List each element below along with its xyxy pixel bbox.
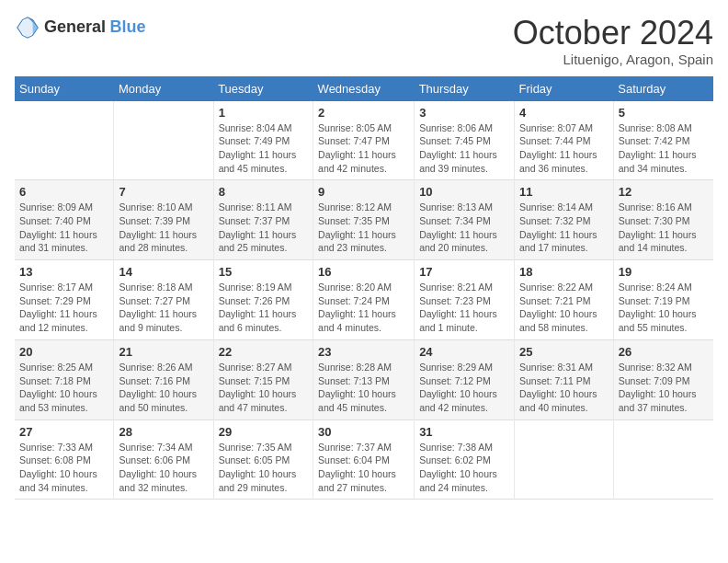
day-number: 4 [519, 106, 609, 120]
calendar-cell: 3Sunrise: 8:06 AM Sunset: 7:45 PM Daylig… [415, 101, 515, 180]
day-info: Sunrise: 7:35 AM Sunset: 6:05 PM Dayligh… [219, 441, 308, 495]
calendar-cell: 23Sunrise: 8:28 AM Sunset: 7:13 PM Dayli… [313, 339, 415, 419]
day-info: Sunrise: 8:10 AM Sunset: 7:39 PM Dayligh… [119, 201, 208, 255]
day-number: 5 [619, 106, 709, 120]
day-number: 16 [318, 265, 409, 279]
calendar-cell: 7Sunrise: 8:10 AM Sunset: 7:39 PM Daylig… [114, 180, 213, 260]
day-info: Sunrise: 8:06 AM Sunset: 7:45 PM Dayligh… [419, 121, 509, 176]
calendar-body: 1Sunrise: 8:04 AM Sunset: 7:49 PM Daylig… [15, 101, 713, 500]
day-info: Sunrise: 8:24 AM Sunset: 7:19 PM Dayligh… [619, 281, 709, 335]
calendar-cell: 13Sunrise: 8:17 AM Sunset: 7:29 PM Dayli… [15, 260, 114, 340]
calendar-cell: 14Sunrise: 8:18 AM Sunset: 7:27 PM Dayli… [114, 260, 213, 340]
month-title: October 2024 [513, 15, 713, 52]
day-info: Sunrise: 8:29 AM Sunset: 7:12 PM Dayligh… [419, 361, 509, 415]
calendar-header: SundayMondayTuesdayWednesdayThursdayFrid… [15, 76, 713, 101]
calendar-cell: 28Sunrise: 7:34 AM Sunset: 6:06 PM Dayli… [114, 419, 213, 500]
calendar-cell: 15Sunrise: 8:19 AM Sunset: 7:26 PM Dayli… [213, 260, 313, 340]
day-info: Sunrise: 8:04 AM Sunset: 7:49 PM Dayligh… [219, 121, 308, 176]
calendar-cell: 10Sunrise: 8:13 AM Sunset: 7:34 PM Dayli… [415, 180, 515, 260]
day-number: 9 [318, 185, 409, 199]
day-number: 20 [19, 345, 108, 359]
calendar-week-row: 20Sunrise: 8:25 AM Sunset: 7:18 PM Dayli… [15, 339, 713, 419]
calendar-cell: 19Sunrise: 8:24 AM Sunset: 7:19 PM Dayli… [613, 260, 713, 340]
day-info: Sunrise: 8:22 AM Sunset: 7:21 PM Dayligh… [519, 281, 609, 335]
title-area: October 2024 Lituenigo, Aragon, Spain [513, 15, 713, 67]
day-info: Sunrise: 8:08 AM Sunset: 7:42 PM Dayligh… [619, 121, 709, 176]
day-info: Sunrise: 8:16 AM Sunset: 7:30 PM Dayligh… [619, 201, 709, 255]
logo-text: General Blue [44, 18, 146, 37]
day-info: Sunrise: 8:27 AM Sunset: 7:15 PM Dayligh… [219, 361, 308, 415]
day-number: 13 [19, 265, 108, 279]
day-number: 8 [219, 185, 308, 199]
calendar-cell: 1Sunrise: 8:04 AM Sunset: 7:49 PM Daylig… [213, 101, 313, 180]
calendar-week-row: 6Sunrise: 8:09 AM Sunset: 7:40 PM Daylig… [15, 180, 713, 260]
svg-marker-3 [33, 20, 39, 36]
weekday-wednesday: Wednesday [313, 76, 415, 101]
day-number: 17 [419, 265, 509, 279]
calendar-cell: 18Sunrise: 8:22 AM Sunset: 7:21 PM Dayli… [514, 260, 613, 340]
calendar-cell: 11Sunrise: 8:14 AM Sunset: 7:32 PM Dayli… [514, 180, 613, 260]
day-number: 11 [519, 185, 609, 199]
logo-blue: Blue [110, 17, 146, 36]
weekday-saturday: Saturday [613, 76, 713, 101]
calendar-week-row: 1Sunrise: 8:04 AM Sunset: 7:49 PM Daylig… [15, 101, 713, 180]
day-number: 10 [419, 185, 509, 199]
weekday-tuesday: Tuesday [213, 76, 313, 101]
day-number: 2 [318, 106, 409, 120]
weekday-monday: Monday [114, 76, 213, 101]
calendar-cell: 2Sunrise: 8:05 AM Sunset: 7:47 PM Daylig… [313, 101, 415, 180]
day-number: 28 [119, 425, 208, 439]
calendar-cell: 29Sunrise: 7:35 AM Sunset: 6:05 PM Dayli… [213, 419, 313, 500]
logo-icon [15, 15, 40, 40]
calendar-cell: 9Sunrise: 8:12 AM Sunset: 7:35 PM Daylig… [313, 180, 415, 260]
weekday-header-row: SundayMondayTuesdayWednesdayThursdayFrid… [15, 76, 713, 101]
day-number: 26 [619, 345, 709, 359]
day-info: Sunrise: 8:09 AM Sunset: 7:40 PM Dayligh… [19, 201, 108, 255]
day-info: Sunrise: 8:17 AM Sunset: 7:29 PM Dayligh… [19, 281, 108, 335]
calendar-cell [613, 419, 713, 500]
day-info: Sunrise: 8:11 AM Sunset: 7:37 PM Dayligh… [219, 201, 308, 255]
location: Lituenigo, Aragon, Spain [513, 52, 713, 67]
day-info: Sunrise: 8:07 AM Sunset: 7:44 PM Dayligh… [519, 121, 609, 176]
day-number: 30 [318, 425, 409, 439]
calendar-cell: 27Sunrise: 7:33 AM Sunset: 6:08 PM Dayli… [15, 419, 114, 500]
day-info: Sunrise: 7:38 AM Sunset: 6:02 PM Dayligh… [419, 441, 509, 495]
calendar-cell: 6Sunrise: 8:09 AM Sunset: 7:40 PM Daylig… [15, 180, 114, 260]
calendar-cell: 16Sunrise: 8:20 AM Sunset: 7:24 PM Dayli… [313, 260, 415, 340]
day-number: 3 [419, 106, 509, 120]
day-number: 21 [119, 345, 208, 359]
calendar-cell: 22Sunrise: 8:27 AM Sunset: 7:15 PM Dayli… [213, 339, 313, 419]
weekday-thursday: Thursday [415, 76, 515, 101]
day-number: 29 [219, 425, 308, 439]
logo-general: General [44, 17, 106, 36]
calendar-cell: 31Sunrise: 7:38 AM Sunset: 6:02 PM Dayli… [415, 419, 515, 500]
calendar-cell: 30Sunrise: 7:37 AM Sunset: 6:04 PM Dayli… [313, 419, 415, 500]
day-number: 18 [519, 265, 609, 279]
day-info: Sunrise: 8:18 AM Sunset: 7:27 PM Dayligh… [119, 281, 208, 335]
calendar-table: SundayMondayTuesdayWednesdayThursdayFrid… [15, 76, 713, 500]
day-info: Sunrise: 8:14 AM Sunset: 7:32 PM Dayligh… [519, 201, 609, 255]
calendar-cell [15, 101, 114, 180]
day-info: Sunrise: 8:32 AM Sunset: 7:09 PM Dayligh… [619, 361, 709, 415]
calendar-cell [114, 101, 213, 180]
page-header: General Blue October 2024 Lituenigo, Ara… [15, 15, 713, 67]
day-number: 31 [419, 425, 509, 439]
day-info: Sunrise: 8:21 AM Sunset: 7:23 PM Dayligh… [419, 281, 509, 335]
logo: General Blue [15, 15, 146, 40]
day-number: 23 [318, 345, 409, 359]
day-number: 25 [519, 345, 609, 359]
calendar-week-row: 27Sunrise: 7:33 AM Sunset: 6:08 PM Dayli… [15, 419, 713, 500]
day-info: Sunrise: 8:25 AM Sunset: 7:18 PM Dayligh… [19, 361, 108, 415]
calendar-cell [514, 419, 613, 500]
calendar-cell: 20Sunrise: 8:25 AM Sunset: 7:18 PM Dayli… [15, 339, 114, 419]
day-number: 24 [419, 345, 509, 359]
day-number: 19 [619, 265, 709, 279]
day-info: Sunrise: 8:12 AM Sunset: 7:35 PM Dayligh… [318, 201, 409, 255]
day-number: 12 [619, 185, 709, 199]
calendar-cell: 8Sunrise: 8:11 AM Sunset: 7:37 PM Daylig… [213, 180, 313, 260]
day-info: Sunrise: 8:05 AM Sunset: 7:47 PM Dayligh… [318, 121, 409, 176]
day-number: 15 [219, 265, 308, 279]
weekday-friday: Friday [514, 76, 613, 101]
day-number: 14 [119, 265, 208, 279]
day-info: Sunrise: 8:28 AM Sunset: 7:13 PM Dayligh… [318, 361, 409, 415]
